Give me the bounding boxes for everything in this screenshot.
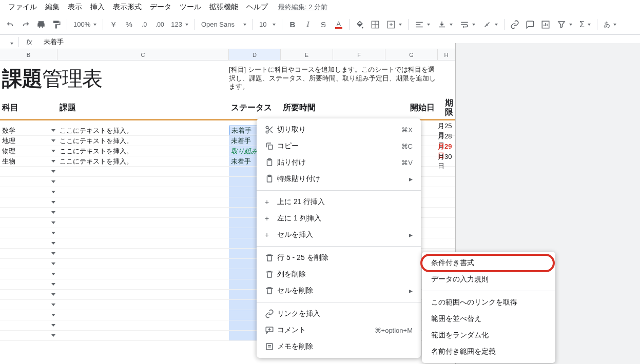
chevron-down-icon[interactable] [51,304,55,306]
task-cell[interactable] [57,331,229,340]
filter-dropdown[interactable] [554,17,575,32]
functions-dropdown[interactable]: Σ [576,17,594,32]
subject-cell[interactable] [0,279,57,289]
menu-view[interactable]: 表示 [64,3,86,12]
chevron-down-icon[interactable] [51,180,55,183]
sub-randomize-range[interactable]: 範囲をランダム化 [422,327,555,343]
name-box[interactable] [0,38,18,46]
ctx-insert-cols[interactable]: +左に 1 列挿入 [257,210,421,227]
chevron-down-icon[interactable] [51,252,55,255]
col-header-c[interactable]: C [57,49,229,60]
input-tools-dropdown[interactable]: あ [600,17,619,32]
task-cell[interactable] [57,208,229,217]
menu-tools[interactable]: ツール [176,3,205,12]
link-button[interactable] [508,17,522,32]
subject-cell[interactable] [0,197,57,207]
subject-cell[interactable] [0,300,57,310]
task-cell[interactable]: ここにテキストを挿入。 [57,156,229,166]
ctx-cut[interactable]: 切り取り⌘X [257,122,421,138]
comment-button[interactable] [523,17,537,32]
chevron-down-icon[interactable] [51,283,55,286]
paint-format-button[interactable] [49,17,64,32]
subject-cell[interactable] [0,310,57,320]
menu-extensions[interactable]: 拡張機能 [205,3,242,12]
decrease-decimal-button[interactable]: .0 [137,17,151,32]
h-align-dropdown[interactable] [412,17,433,32]
subject-cell[interactable] [0,218,57,228]
due-cell[interactable] [438,167,455,176]
subject-cell[interactable] [0,228,57,238]
task-cell[interactable] [57,279,229,289]
menu-data[interactable]: データ [146,3,176,12]
due-cell[interactable]: 月30日 [438,156,455,166]
chart-button[interactable] [538,17,553,32]
borders-button[interactable] [368,17,382,32]
task-cell[interactable] [57,290,229,299]
font-dropdown[interactable]: Open Sans [198,17,249,32]
chevron-down-icon[interactable] [51,262,55,265]
due-cell[interactable] [438,218,455,228]
task-cell[interactable] [57,218,229,228]
col-header-d[interactable]: D [229,49,281,60]
sub-data-validation[interactable]: データの入力規則 [422,271,555,288]
menu-help[interactable]: ヘルプ [242,3,272,12]
task-cell[interactable] [57,187,229,197]
ctx-comment[interactable]: コメント⌘+option+M [257,322,421,338]
ctx-insert-link[interactable]: リンクを挿入 [257,306,421,322]
chevron-down-icon[interactable] [51,324,55,327]
subject-cell[interactable]: 生物 [0,156,57,166]
subject-cell[interactable] [0,320,57,330]
ctx-paste[interactable]: 貼り付け⌘V [257,154,421,171]
task-cell[interactable] [57,249,229,258]
chevron-down-icon[interactable] [51,139,55,142]
subject-cell[interactable] [0,290,57,299]
menu-edit[interactable]: 編集 [41,3,64,12]
due-cell[interactable] [438,197,455,207]
last-edit-link[interactable]: 最終編集: 2 分前 [278,3,327,12]
chevron-down-icon[interactable] [51,232,55,234]
chevron-down-icon[interactable] [51,201,55,204]
chevron-down-icon[interactable] [51,129,55,132]
subject-cell[interactable]: 数学 [0,126,57,135]
task-cell[interactable]: ここにテキストを挿入。 [57,126,229,135]
chevron-down-icon[interactable] [51,314,55,316]
subject-cell[interactable] [0,331,57,340]
chevron-down-icon[interactable] [51,293,55,296]
redo-button[interactable] [18,17,33,32]
menu-format[interactable]: 表示形式 [109,3,146,12]
bold-button[interactable]: B [285,17,300,32]
chevron-down-icon[interactable] [51,150,55,152]
sub-get-link[interactable]: この範囲へのリンクを取得 [422,294,555,311]
task-cell[interactable] [57,320,229,330]
task-cell[interactable] [57,310,229,320]
menu-insert[interactable]: 挿入 [86,3,109,12]
ctx-insert-cells[interactable]: +セルを挿入▸ [257,227,421,243]
due-cell[interactable] [438,238,455,248]
due-cell[interactable] [438,187,455,197]
subject-cell[interactable] [0,249,57,258]
ctx-paste-special[interactable]: 特殊貼り付け▸ [257,171,421,187]
task-cell[interactable] [57,269,229,279]
due-cell[interactable] [438,177,455,187]
task-cell[interactable] [57,300,229,310]
subject-cell[interactable] [0,177,57,187]
menu-file[interactable]: ファイル [4,3,41,12]
task-cell[interactable] [57,228,229,238]
subject-cell[interactable]: 物理 [0,146,57,156]
formula-input[interactable]: 未着手 [40,37,64,47]
font-size-dropdown[interactable]: 10 [256,17,279,32]
subject-cell[interactable]: 地理 [0,136,57,146]
sub-conditional-formatting[interactable]: 条件付き書式 [422,255,555,271]
v-align-dropdown[interactable] [434,17,456,32]
percent-button[interactable]: % [122,17,136,32]
number-format-dropdown[interactable]: 123 [168,17,191,32]
print-button[interactable] [34,17,48,32]
subject-cell[interactable] [0,269,57,279]
undo-button[interactable] [3,17,17,32]
chevron-down-icon[interactable] [51,170,55,173]
rotate-dropdown[interactable]: A [479,17,501,32]
task-cell[interactable] [57,167,229,176]
ctx-copy[interactable]: コピー⌘C [257,138,421,154]
increase-decimal-button[interactable]: .00 [152,17,167,32]
task-cell[interactable]: ここにテキストを挿入。 [57,136,229,146]
